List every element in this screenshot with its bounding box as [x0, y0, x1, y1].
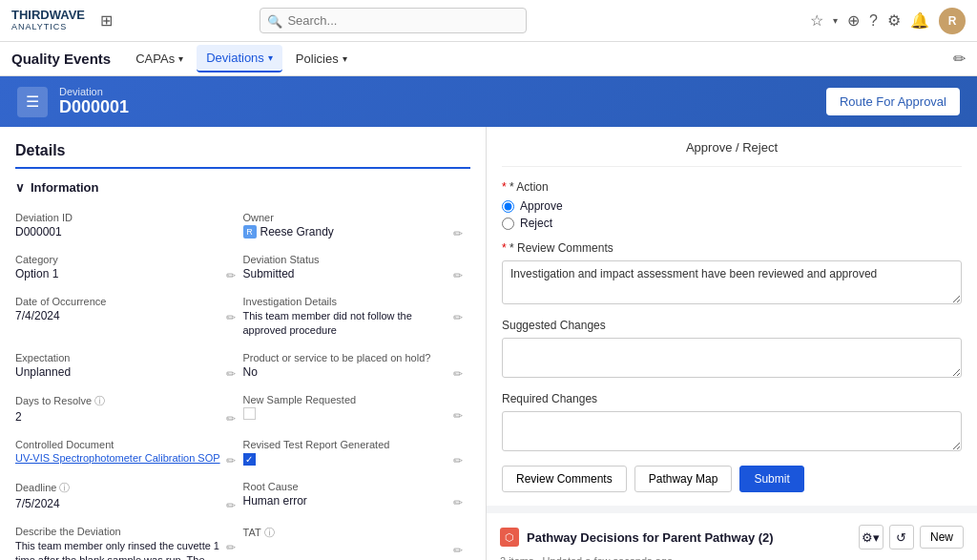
record-header: ☰ Deviation D000001 Route For Approval	[0, 76, 977, 127]
investigation-edit-icon[interactable]: ✏	[453, 311, 463, 324]
logo: THIRDWAVE ANALYTICS	[11, 9, 85, 31]
deadline-edit-icon[interactable]: ✏	[226, 499, 236, 512]
capas-chevron-icon: ▾	[178, 53, 183, 64]
record-header-left: ☰ Deviation D000001	[17, 86, 129, 117]
field-category: Category Option 1 ✏	[15, 248, 243, 290]
pathway-settings-button[interactable]: ⚙▾	[859, 525, 883, 550]
search-input[interactable]	[260, 8, 527, 33]
fields-grid: Deviation ID D000001 Owner R Reese Grand…	[15, 206, 470, 560]
nav-capas[interactable]: CAPAs ▾	[126, 46, 193, 72]
suggested-changes-textarea[interactable]	[502, 338, 962, 378]
required-changes-row: Required Changes	[502, 392, 962, 454]
information-section-header[interactable]: ∨ Information	[15, 180, 470, 195]
category-value: Option 1	[15, 267, 58, 280]
pathway-map-button[interactable]: Pathway Map	[634, 466, 733, 492]
review-comments-button[interactable]: Review Comments	[502, 466, 627, 492]
revised-report-edit-icon[interactable]: ✏	[453, 454, 463, 467]
field-product-hold: Product or service to be placed on hold?…	[243, 346, 471, 388]
details-title: Details	[15, 142, 470, 169]
expectation-edit-icon[interactable]: ✏	[226, 367, 236, 381]
deviation-id-value: D000001	[15, 225, 62, 239]
reject-radio-label[interactable]: Reject	[502, 217, 962, 230]
new-sample-edit-icon[interactable]: ✏	[453, 409, 463, 423]
days-resolve-value: 2	[15, 410, 22, 424]
deadline-info-icon: ⓘ	[59, 481, 70, 495]
controlled-doc-edit-icon[interactable]: ✏	[226, 454, 236, 467]
investigation-value: This team member did not follow the appr…	[243, 309, 454, 339]
revised-report-value: ✓	[243, 452, 256, 466]
approve-reject-section: Approve / Reject * * Action Approve Reje…	[487, 127, 977, 506]
pathway-new-button[interactable]: New	[920, 526, 964, 549]
review-comments-textarea[interactable]: Investigation and impact assessment have…	[502, 260, 962, 304]
record-type: Deviation	[59, 86, 129, 97]
pathway-decisions-meta: 2 items · Updated a few seconds ago	[500, 555, 964, 560]
avatar[interactable]: R	[939, 8, 966, 34]
second-navigation: Quality Events CAPAs ▾ Deviations ▾ Poli…	[0, 42, 977, 76]
edit-icon-top[interactable]: ✏	[953, 50, 966, 68]
submit-button[interactable]: Submit	[739, 466, 803, 492]
expectation-value: Unplanned	[15, 365, 71, 379]
action-row: * * Action Approve Reject	[502, 180, 962, 230]
star-icon[interactable]: ☆	[810, 11, 823, 30]
pathway-decisions-section: ⬡ Pathway Decisions for Parent Pathway (…	[487, 513, 977, 560]
nav-deviations[interactable]: Deviations ▾	[197, 45, 282, 73]
action-radio-group: Approve Reject	[502, 199, 962, 230]
new-sample-checkbox[interactable]	[243, 407, 256, 420]
pathway-decisions-icon: ⬡	[500, 528, 519, 547]
pathway-refresh-button[interactable]: ↺	[889, 525, 914, 550]
root-cause-edit-icon[interactable]: ✏	[453, 496, 463, 509]
product-hold-value: No	[243, 365, 258, 379]
right-panel: Approve / Reject * * Action Approve Reje…	[487, 127, 977, 560]
days-resolve-edit-icon[interactable]: ✏	[226, 412, 236, 425]
star-dropdown-icon[interactable]: ▾	[833, 15, 838, 26]
field-root-cause: Root Cause Human error ✏	[243, 475, 471, 520]
dev-status-edit-icon[interactable]: ✏	[453, 269, 463, 282]
date-value: 7/4/2024	[15, 309, 60, 322]
owner-edit-icon[interactable]: ✏	[453, 227, 463, 240]
field-owner: Owner R Reese Grandy ✏	[243, 206, 471, 248]
describe-edit-icon[interactable]: ✏	[226, 541, 236, 554]
controlled-doc-value[interactable]: UV-VIS Spectrophotometer Calibration SOP	[15, 452, 220, 464]
policies-chevron-icon: ▾	[343, 53, 347, 64]
product-hold-edit-icon[interactable]: ✏	[453, 367, 463, 381]
field-tat: TAT ⓘ ✏	[243, 520, 471, 560]
settings-icon[interactable]: ⚙	[887, 11, 901, 30]
date-edit-icon[interactable]: ✏	[226, 311, 236, 324]
approve-radio-label[interactable]: Approve	[502, 199, 962, 213]
review-comments-row: * * Review Comments Investigation and im…	[502, 241, 962, 307]
required-changes-textarea[interactable]	[502, 411, 962, 451]
pathway-decisions-title: Pathway Decisions for Parent Pathway (2)	[527, 530, 851, 545]
deviations-chevron-icon: ▾	[268, 52, 273, 63]
category-edit-icon[interactable]: ✏	[226, 269, 236, 282]
action-label: * * Action	[502, 180, 962, 194]
field-deadline: Deadline ⓘ 7/5/2024 ✏	[15, 475, 243, 520]
root-cause-value: Human error	[243, 494, 307, 508]
review-comments-label: * * Review Comments	[502, 241, 962, 255]
suggested-changes-row: Suggested Changes	[502, 319, 962, 381]
record-info: Deviation D000001	[59, 86, 129, 117]
top-navigation: THIRDWAVE ANALYTICS ⊞ 🔍 ☆ ▾ ⊕ ? ⚙ 🔔 R	[0, 0, 977, 42]
search-bar: 🔍	[260, 8, 527, 33]
reject-radio[interactable]	[502, 218, 514, 230]
field-deviation-id: Deviation ID D000001	[15, 206, 243, 248]
nav-policies[interactable]: Policies ▾	[286, 46, 357, 72]
pathway-decisions-header: ⬡ Pathway Decisions for Parent Pathway (…	[500, 525, 964, 550]
tat-edit-icon[interactable]: ✏	[453, 544, 463, 557]
tat-info-icon: ⓘ	[264, 526, 275, 540]
bell-icon[interactable]: 🔔	[910, 11, 929, 30]
field-describe: Describe the Deviation This team member …	[15, 520, 243, 560]
describe-value: This team member only rinsed the cuvette…	[15, 539, 226, 560]
grid-icon[interactable]: ⊞	[100, 11, 113, 30]
field-expectation: Expectation Unplanned ✏	[15, 346, 243, 388]
add-icon[interactable]: ⊕	[847, 11, 860, 30]
route-for-approval-button[interactable]: Route For Approval	[826, 88, 960, 115]
approve-radio[interactable]	[502, 200, 514, 213]
left-panel: Details ∨ Information Deviation ID D0000…	[0, 127, 487, 560]
help-icon[interactable]: ?	[869, 12, 878, 30]
revised-report-checkbox[interactable]: ✓	[243, 453, 256, 466]
pathway-decisions-actions: ⚙▾ ↺ New	[859, 525, 964, 550]
new-sample-value	[243, 407, 256, 423]
required-changes-label: Required Changes	[502, 392, 962, 405]
collapse-icon: ∨	[15, 180, 25, 195]
record-id: D000001	[59, 97, 129, 117]
